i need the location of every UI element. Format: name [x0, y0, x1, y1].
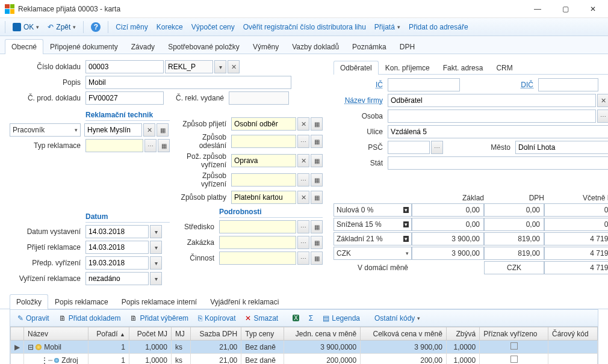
zpus-vyrizeni-dots[interactable]: ⋯	[297, 173, 309, 187]
poz-vyrizeni-clear[interactable]: ✕	[297, 154, 309, 167]
zpus-prijeti-browse[interactable]: ▦	[311, 117, 323, 131]
pracovnik-clear-button[interactable]: ✕	[143, 123, 155, 137]
zpus-platby-clear[interactable]: ✕	[297, 191, 309, 204]
vyriz-rekl-input[interactable]	[85, 272, 149, 285]
pridat-adresar-button[interactable]: Přidat do adresáře	[405, 21, 472, 33]
zpus-odeslani-browse[interactable]: ▦	[311, 135, 323, 148]
label-dic[interactable]: DIČ	[460, 81, 538, 89]
grid-pridat-dokl-button[interactable]: 🗎Přidat dokladem	[57, 313, 123, 324]
pracovnik-type-select[interactable]: Pracovník▾	[10, 123, 81, 137]
stat-input[interactable]	[388, 156, 608, 170]
tab-vyj-d-en-k-reklamaci[interactable]: Vyjádření k reklamaci	[203, 294, 285, 309]
datum-vyst-input[interactable]	[85, 225, 149, 238]
zpus-prijeti-input[interactable]	[231, 117, 296, 131]
tab-spot-ebovan-polo-ky[interactable]: Spotřebované položky	[161, 39, 246, 54]
cislo-dokladu-input[interactable]	[85, 60, 164, 73]
grid-kopirovat-button[interactable]: ⎘Kopírovat	[196, 313, 238, 324]
grid-excel-button[interactable]: X	[290, 313, 302, 322]
grid-smazat-button[interactable]: ✕Smazat	[243, 313, 281, 324]
vypocet-ceny-button[interactable]: Výpočet ceny	[188, 21, 238, 33]
grid-col-7[interactable]: Celková cena v měně	[361, 327, 447, 341]
tax-rate-select-0[interactable]: Nulová 0 %▾	[333, 203, 412, 217]
grid-col-0[interactable]: Název	[24, 327, 88, 341]
zakazka-dots[interactable]: ⋯	[297, 236, 309, 249]
stredisko-dots[interactable]: ⋯	[297, 220, 309, 233]
help-button[interactable]: ?	[87, 20, 104, 34]
typ-rekl-browse-button[interactable]: ▦	[158, 139, 170, 152]
tab-polo-ky[interactable]: Položky	[10, 294, 48, 309]
predp-vyr-input[interactable]	[85, 256, 149, 270]
poz-vyrizeni-input[interactable]	[231, 154, 296, 167]
close-button[interactable]: ✕	[579, 0, 607, 18]
zakazka-browse[interactable]: ▦	[311, 236, 323, 249]
vyriz-rekl-picker[interactable]: ▾	[150, 272, 162, 285]
dic-input[interactable]	[538, 78, 598, 91]
tab-crm[interactable]: CRM	[489, 61, 519, 75]
label-nazev[interactable]: Název firmy	[333, 96, 388, 105]
zpus-odeslani-input[interactable]	[231, 135, 296, 148]
cizi-meny-button[interactable]: Cizí měny	[112, 21, 151, 33]
grid-opravit-button[interactable]: ✎Opravit	[15, 313, 52, 324]
tab-p-ipojen-dokumenty[interactable]: Připojené dokumenty	[43, 39, 125, 54]
label-ic[interactable]: IČ	[333, 81, 388, 89]
prijeti-rekl-input[interactable]	[85, 241, 149, 254]
cinnost-dots[interactable]: ⋯	[297, 251, 309, 265]
grid-sum-button[interactable]: Σ	[306, 313, 315, 324]
tab-kon-p-jemce[interactable]: Kon. příjemce	[379, 61, 436, 75]
undo-button[interactable]: ↶ Zpět▾	[44, 21, 79, 33]
grid-col-1[interactable]: Pořadí ▲	[88, 327, 129, 341]
grid-legenda-button[interactable]: ▤Legenda	[320, 313, 362, 324]
maximize-button[interactable]: ▢	[551, 0, 579, 18]
tab-v-m-ny[interactable]: Výměny	[246, 39, 285, 54]
c-prod-input[interactable]	[85, 91, 164, 105]
tab-popis-reklamace[interactable]: Popis reklamace	[48, 294, 115, 309]
grid-col-9[interactable]: Příznak vyřízeno	[480, 327, 548, 341]
psc-dots[interactable]: ⋯	[431, 141, 443, 154]
osoba-dots[interactable]: ⋯	[597, 110, 608, 123]
items-grid[interactable]: NázevPořadí ▲Počet MJMJSazba DPHTyp ceny…	[10, 327, 598, 364]
zpus-vyrizeni-browse[interactable]: ▦	[311, 173, 323, 187]
grid-col-3[interactable]: MJ	[171, 327, 190, 341]
stredisko-browse[interactable]: ▦	[311, 220, 323, 233]
mesto-input[interactable]	[515, 141, 608, 154]
nazev-input[interactable]	[388, 94, 596, 107]
grid-col-6[interactable]: Jedn. cena v měně	[284, 327, 361, 341]
predp-vyr-picker[interactable]: ▾	[150, 256, 162, 270]
typ-rekl-input[interactable]	[85, 139, 143, 152]
nazev-clear-button[interactable]: ✕	[597, 94, 608, 107]
table-row[interactable]: ⋮┈ Zdroj 11,0000ks21,00 Bez daně200,0000…	[11, 354, 598, 365]
prijeti-rekl-picker[interactable]: ▾	[150, 241, 162, 254]
ic-input[interactable]	[388, 78, 460, 91]
zakazka-input[interactable]	[219, 236, 296, 249]
zpus-platby-browse[interactable]: ▦	[311, 191, 323, 204]
grid-col-8[interactable]: Zbývá	[446, 327, 479, 341]
stredisko-input[interactable]	[219, 220, 296, 233]
tax-rate-select-2[interactable]: Základní 21 %▾	[333, 232, 412, 245]
tab-vazby-doklad-[interactable]: Vazby dokladů	[285, 39, 346, 54]
vyrizeno-checkbox[interactable]	[510, 342, 518, 350]
zpus-vyrizeni-input[interactable]	[231, 173, 296, 187]
tab-dph[interactable]: DPH	[393, 39, 421, 54]
cinnost-input[interactable]	[219, 251, 296, 265]
overit-button[interactable]: Ověřit registrační číslo distributora li…	[240, 21, 370, 33]
grid-ostatni-button[interactable]: Ostatní kódy▾	[372, 313, 423, 324]
zpus-odeslani-dots[interactable]: ⋯	[297, 135, 309, 148]
prijata-dropdown[interactable]: Přijatá ▾	[371, 21, 404, 33]
tab-z-vady[interactable]: Závady	[125, 39, 161, 54]
psc-input[interactable]	[388, 141, 430, 154]
ok-button[interactable]: OK▾	[9, 21, 43, 33]
datum-vyst-picker[interactable]: ▾	[150, 225, 162, 238]
tab-pozn-mka[interactable]: Poznámka	[346, 39, 393, 54]
grid-col-10[interactable]: Čárový kód	[548, 327, 597, 341]
currency-select[interactable]: CZK▾	[333, 247, 412, 260]
minimize-button[interactable]: —	[524, 0, 551, 18]
tab-odb-ratel[interactable]: Odběratel	[333, 61, 379, 75]
grid-col-4[interactable]: Sazba DPH	[191, 327, 241, 341]
ulice-input[interactable]	[388, 125, 608, 138]
grid-col-5[interactable]: Typ ceny	[241, 327, 284, 341]
rada-dropdown-button[interactable]: ▾	[214, 60, 226, 73]
pracovnik-browse-button[interactable]: ▦	[157, 123, 169, 137]
typ-rekl-dots-button[interactable]: ⋯	[144, 139, 157, 152]
tab-obecn-[interactable]: Obecné	[5, 39, 43, 54]
tab-fakt-adresa[interactable]: Fakt. adresa	[436, 61, 490, 75]
